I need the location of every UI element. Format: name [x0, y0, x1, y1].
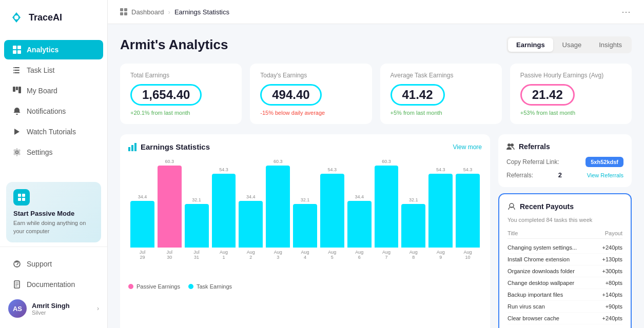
referrals-title: Referrals	[519, 142, 550, 151]
bar-label: Aug6	[355, 250, 363, 260]
payout-task-title: Install Chrome extension	[508, 256, 602, 262]
bar	[212, 174, 236, 248]
svg-marker-14	[14, 129, 19, 135]
bar-group: 32.1Aug4	[293, 197, 317, 260]
topbar: Dashboard › Earnings Statistics ⋯	[108, 0, 644, 24]
sidebar-item-task-list[interactable]: Task List	[4, 60, 103, 80]
svg-rect-28	[124, 12, 127, 15]
bar-value: 32.1	[192, 197, 201, 202]
payout-amount: +90pts	[606, 303, 622, 310]
chart-header: Earnings Statistics View more	[128, 142, 482, 151]
bar-value: 54.3	[436, 167, 445, 172]
payout-row: Organize downloads folder+300pts	[508, 265, 622, 277]
bar-group: 60.3Jul30	[158, 159, 182, 260]
svg-rect-5	[14, 67, 19, 68]
payouts-header: Recent Payouts	[508, 202, 622, 211]
sidebar-item-settings[interactable]: Settings	[4, 142, 103, 162]
view-more-link[interactable]: View more	[453, 144, 482, 151]
stat-passive-value: 21.42	[520, 84, 575, 106]
payout-amount: +240pts	[602, 244, 622, 251]
page-title: Armit's Analytics	[120, 37, 228, 53]
ref-link-value[interactable]: 5xh52kdsf	[586, 157, 623, 167]
stats-row: Total Earnings 1,654.40 +20.1% from last…	[120, 64, 632, 124]
bar-label: Aug9	[437, 250, 445, 260]
payout-row: Run virus scan+90pts	[508, 301, 622, 313]
svg-rect-31	[134, 143, 136, 151]
sidebar: TraceAI Analytics Task List My Board Not…	[0, 0, 108, 328]
app-name: TraceAI	[29, 12, 62, 23]
referrals-icon	[506, 142, 515, 151]
list-icon	[12, 66, 22, 75]
bar-value: 54.3	[219, 167, 228, 172]
bar	[347, 201, 372, 248]
tab-insights[interactable]: Insights	[591, 38, 630, 52]
dashboard-icon	[120, 8, 127, 15]
bar	[428, 174, 453, 248]
sidebar-item-notifications[interactable]: Notifications	[4, 101, 103, 121]
bar-group: 54.3Aug5	[320, 167, 344, 260]
tab-earnings[interactable]: Earnings	[508, 38, 553, 52]
svg-rect-10	[13, 72, 14, 73]
bar-group: 32.1Aug8	[401, 197, 425, 260]
stat-todays-value: 494.40	[260, 84, 321, 106]
payout-amount: +130pts	[602, 256, 622, 262]
sidebar-nav: Analytics Task List My Board Notificatio…	[0, 35, 107, 178]
right-column: Referrals Copy Referral Link: 5xh52kdsf …	[498, 134, 632, 328]
sidebar-item-support[interactable]: Support	[4, 254, 103, 274]
payout-amount: +80pts	[606, 280, 622, 286]
payout-row: Changing system settings...+240pts	[508, 242, 622, 254]
more-options-icon[interactable]: ⋯	[621, 6, 632, 17]
bar-label: Aug7	[382, 250, 391, 260]
bar-group: 54.3Aug1	[212, 167, 236, 260]
payout-task-title: Backup important files	[508, 292, 602, 298]
svg-rect-2	[17, 46, 21, 49]
sidebar-item-task-list-label: Task List	[27, 66, 54, 74]
logo: TraceAI	[0, 0, 107, 35]
play-icon	[12, 127, 22, 136]
bar-group: 32.1Jul31	[185, 197, 209, 260]
sidebar-item-analytics[interactable]: Analytics	[4, 40, 103, 59]
bar-value: 32.1	[409, 197, 418, 202]
bar-label: Aug3	[274, 250, 282, 260]
legend-task-dot	[188, 284, 193, 289]
bar-value: 60.3	[165, 159, 174, 164]
breadcrumb-parent[interactable]: Dashboard	[131, 8, 164, 16]
chevron-right-icon: ›	[97, 305, 99, 312]
sidebar-item-documentation[interactable]: Documentation	[4, 275, 103, 294]
stat-total-earnings-change: +20.1% from last month	[130, 110, 231, 116]
sidebar-item-analytics-label: Analytics	[27, 46, 58, 54]
stat-avg-task: Average Task Earnings 41.42 +5% from las…	[380, 64, 502, 124]
payout-row: Install Chrome extension+130pts	[508, 254, 622, 265]
legend-passive-dot	[128, 284, 133, 289]
tab-usage[interactable]: Usage	[554, 38, 590, 52]
legend-passive: Passive Earnings	[128, 283, 180, 290]
grid-icon	[12, 45, 22, 54]
referrals-card: Referrals Copy Referral Link: 5xh52kdsf …	[498, 134, 632, 187]
bar	[456, 174, 480, 248]
logo-icon	[8, 9, 25, 26]
bar-value: 54.3	[328, 167, 337, 172]
analytics-header: Armit's Analytics Earnings Usage Insight…	[120, 36, 632, 53]
chart-title-container: Earnings Statistics	[128, 142, 210, 151]
bar	[375, 166, 399, 248]
view-referrals-link[interactable]: View Referrals	[587, 172, 623, 178]
bar	[266, 166, 290, 248]
svg-point-20	[16, 266, 17, 267]
payout-row: Clear browser cache+240pts	[508, 313, 622, 324]
payouts-col-title: Title	[508, 230, 518, 236]
sidebar-item-watch-tutorials[interactable]: Watch Tutorials	[4, 122, 103, 141]
payout-task-title: Changing system settings...	[508, 244, 602, 251]
user-profile[interactable]: AS Amrit Singh Silver ›	[0, 295, 107, 322]
payouts-table-header: Title Payout	[508, 228, 622, 239]
bar-label: Jul31	[193, 250, 200, 260]
legend-passive-label: Passive Earnings	[136, 283, 180, 290]
legend-task: Task Earnings	[188, 283, 232, 290]
payout-task-title: Organize downloads folder	[508, 268, 602, 274]
breadcrumb-current: Earnings Statistics	[174, 8, 229, 16]
support-icon	[12, 259, 22, 269]
passive-mode-card[interactable]: Start Passive Mode Earn while doing anyt…	[6, 182, 101, 242]
main-area: Dashboard › Earnings Statistics ⋯ Armit'…	[108, 0, 644, 328]
sidebar-item-support-label: Support	[27, 260, 52, 268]
svg-rect-7	[14, 70, 19, 71]
sidebar-item-my-board[interactable]: My Board	[4, 81, 103, 100]
